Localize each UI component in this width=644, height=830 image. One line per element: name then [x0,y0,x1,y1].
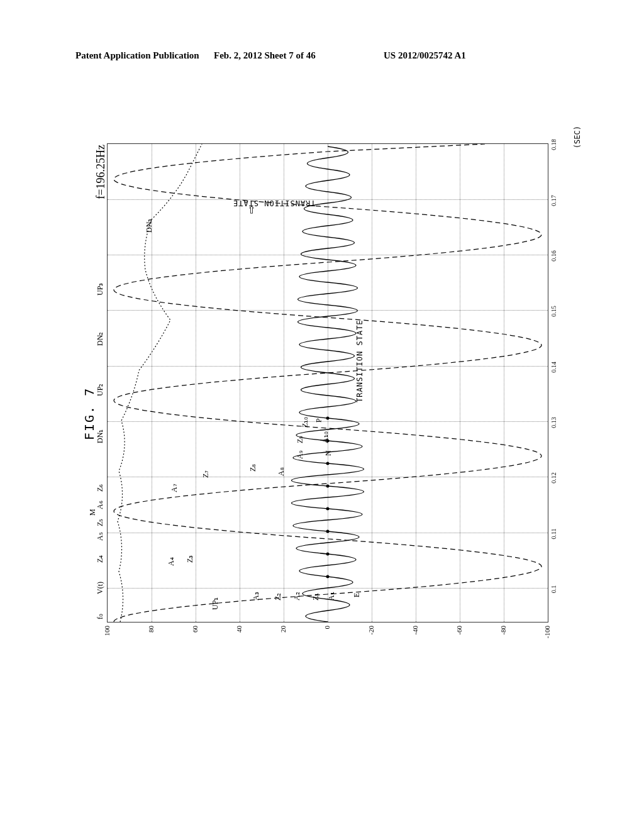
annot-p: P [314,418,324,423]
sec-unit-label: (SEC) [573,126,582,148]
plot-frame [107,143,548,622]
figure-rotated: FIG. 7 f=196.25Hz Load voltage Resonance… [63,126,585,660]
annot-e: E [352,593,362,597]
marker-dot [326,485,330,488]
annot-a4: A₄ [167,557,176,566]
x-tick: 0.1 [550,585,557,594]
annot-z3: Z₃ [186,555,195,563]
annot-a3: A₃ [252,592,261,600]
x-tick: 0.16 [550,250,557,262]
header-left: Patent Application Publication [0,50,199,61]
annot-up1: UP₁ [211,597,220,610]
annot-transition-lower: TRANSITION STATE [355,319,364,402]
x-tick: 0.11 [550,528,557,539]
y-tick: -100 [543,626,551,645]
figure-container: FIG. 7 f=196.25Hz Load voltage Resonance… [63,126,585,660]
annot-z9: Z₉ [296,436,305,443]
annot-z8: Z₈ [248,464,258,472]
annot-up2: UP₂ [96,384,105,396]
marker-dot [326,417,330,420]
header-right: US 2012/0025742 A1 [384,50,466,61]
y-tick: -80 [499,626,507,645]
y-tick: 60 [191,626,199,645]
y-tick: -60 [455,626,463,645]
trace-energy [118,144,202,622]
figure-title: FIG. 7 [82,387,97,440]
annot-a6: A₆ [96,501,105,509]
y-tick: 20 [279,626,287,645]
page-header: Patent Application Publication Feb. 2, 2… [0,50,644,61]
x-tick: 0.15 [550,306,557,317]
marker-dot [326,530,330,533]
annot-a5: A₅ [96,532,105,541]
annot-z10: Z₁₀ [301,417,310,428]
marker-dot [326,507,330,511]
annot-a10: A₁₀ [321,431,330,443]
annot-a9: A₉ [296,450,305,459]
annot-z6: Z₆ [96,484,105,492]
marker-dot [326,462,330,465]
x-tick: 0.13 [550,417,557,428]
annot-vt: V(t) [96,582,105,594]
y-tick: 0 [323,626,331,645]
annot-z2: Z₂ [274,593,283,600]
annot-n: N [324,450,333,456]
annot-f0: f₀ [96,614,105,619]
annot-z1: Z₁ [311,593,321,600]
annot-a8: A₈ [277,467,286,476]
trace-resonance [114,144,541,622]
x-tick: 0.18 [550,139,557,150]
annot-z4: Z₄ [96,555,105,563]
annot-z7: Z₇ [201,470,211,478]
marker-dot [326,553,330,556]
annot-m: M [88,509,97,516]
header-center: Feb. 2, 2012 Sheet 7 of 46 [214,50,316,61]
annot-a1: A₁ [327,592,336,600]
annot-dn2: DN₂ [96,332,105,346]
annot-a7: A₇ [170,484,179,492]
annot-a2: A₂ [292,592,302,600]
marker-dot [326,575,330,578]
x-tick: 0.14 [550,362,557,373]
arrow-icon: ⇨ [245,206,257,214]
trace-voltage [292,147,364,622]
y-tick: -40 [411,626,419,645]
frequency-label: f=196.25Hz [94,145,108,199]
waveforms [108,144,548,622]
y-tick: 40 [235,626,243,645]
x-tick: 0.17 [550,195,557,206]
y-tick: 80 [147,626,155,645]
y-tick: 100 [103,626,111,645]
annot-up3: UP₃ [96,283,105,296]
y-tick: -20 [367,626,375,645]
x-tick: 0.12 [550,472,557,484]
annot-z5: Z₅ [96,519,105,526]
annot-dn3: DN₃ [145,219,154,233]
annot-dn1: DN₁ [96,429,105,443]
